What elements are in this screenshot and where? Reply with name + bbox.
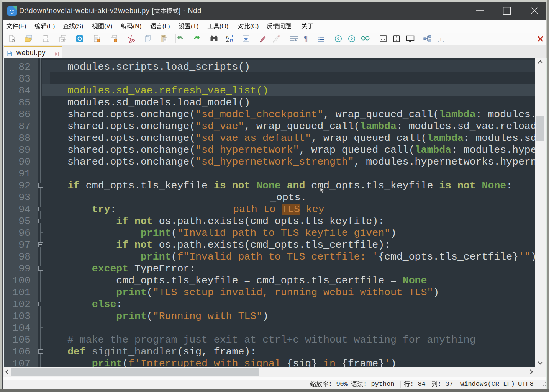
svg-text:A: A — [226, 35, 229, 40]
svg-text:T: T — [439, 37, 442, 41]
svg-text:B: B — [230, 38, 233, 43]
svg-text:¶: ¶ — [304, 34, 308, 42]
